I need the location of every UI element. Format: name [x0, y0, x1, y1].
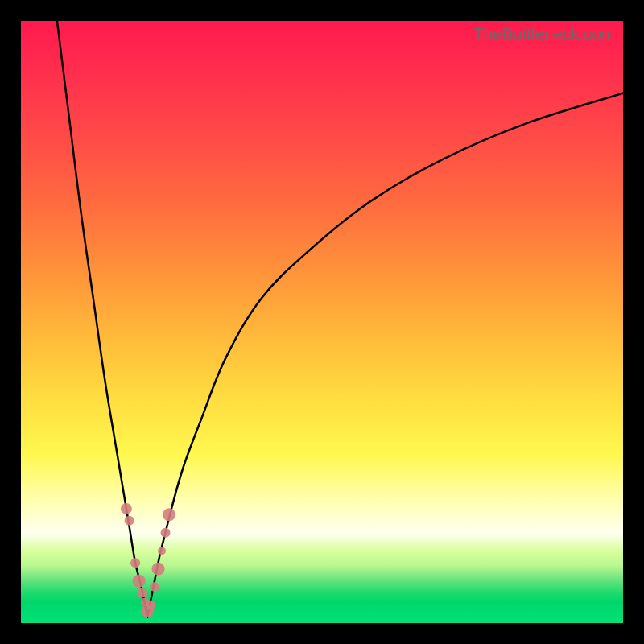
scatter-dot	[158, 547, 166, 555]
chart-plot-area: TheBottleneck.com	[21, 21, 623, 623]
scatter-dot	[133, 575, 146, 588]
scatter-dot	[130, 558, 140, 568]
curve-right-branch	[147, 93, 623, 617]
chart-svg	[21, 21, 623, 623]
scatter-dot	[121, 503, 132, 514]
scatter-dot	[150, 582, 159, 592]
scatter-dot	[161, 528, 171, 538]
scatter-dot	[137, 588, 147, 598]
scatter-dot	[163, 508, 175, 521]
chart-frame: TheBottleneck.com	[0, 0, 644, 644]
scatter-points	[121, 503, 175, 617]
scatter-dot	[147, 601, 156, 610]
curve-left-branch	[57, 21, 147, 617]
scatter-dot	[125, 516, 134, 526]
scatter-dot	[152, 563, 165, 576]
